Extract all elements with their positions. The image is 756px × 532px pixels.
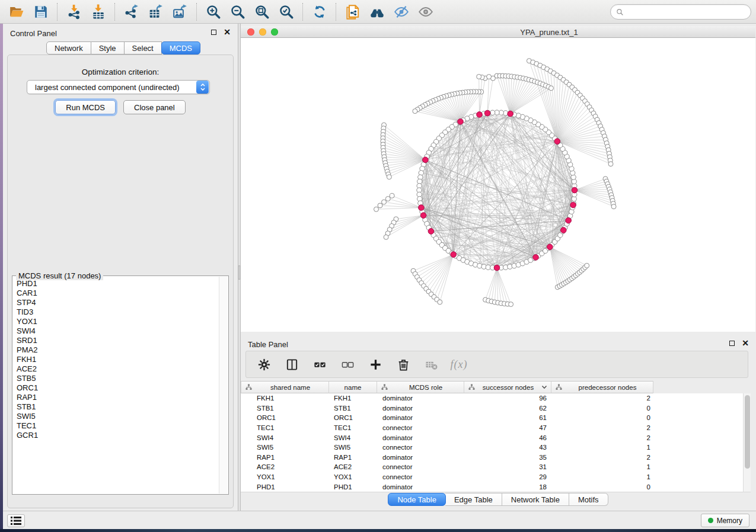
mcds-result-list: PHD1CAR1STP4TID3YOX1SWI4SRD1PMA2FKH1ACE2…	[13, 277, 218, 493]
table-row[interactable]: SWI4SWI4dominator462	[241, 432, 751, 443]
table-row[interactable]: PHD1PHD1dominator180	[241, 482, 751, 492]
find-binoculars-icon[interactable]	[365, 2, 389, 22]
float-panel-icon[interactable]	[211, 30, 216, 35]
task-history-button[interactable]	[7, 514, 25, 527]
memory-button[interactable]: Memory	[701, 514, 749, 527]
tab-network-table[interactable]: Network Table	[502, 493, 569, 506]
column-header-successor-nodes[interactable]: successor nodes	[464, 381, 551, 393]
search-box[interactable]	[610, 4, 751, 20]
mcds-result-item[interactable]: TID3	[13, 307, 218, 317]
show-hidden-eye-icon[interactable]	[413, 2, 438, 22]
criterion-value: largest connected component (undirected)	[27, 83, 196, 92]
network-from-selection-icon[interactable]	[340, 2, 365, 22]
toolbar-separator	[57, 3, 58, 21]
tab-style[interactable]: Style	[91, 41, 125, 55]
settings-gear-icon[interactable]	[256, 357, 272, 372]
split-panel-icon[interactable]	[284, 357, 299, 372]
table-rows: FKH1FKH1dominator962STB1STB1dominator620…	[241, 393, 751, 492]
cell-pred: 0	[551, 483, 653, 491]
toolbar-separator	[114, 3, 115, 21]
tab-edge-table[interactable]: Edge Table	[445, 493, 502, 506]
table-row[interactable]: FKH1FKH1dominator962	[241, 393, 751, 403]
mcds-result-item[interactable]: PHD1	[13, 279, 218, 289]
cell-name: PHD1	[329, 483, 377, 491]
zoom-fit-icon[interactable]	[250, 2, 274, 22]
table-row[interactable]: ORC1ORC1dominator610	[241, 413, 751, 423]
mcds-result-item[interactable]: ACE2	[13, 364, 218, 374]
cell-name: STB1	[329, 405, 377, 412]
mcds-result-item[interactable]: CAR1	[13, 289, 218, 298]
column-header-predecessor-nodes[interactable]: predecessor nodes	[551, 381, 653, 393]
run-mcds-button[interactable]: Run MCDS	[55, 100, 116, 114]
column-header-name[interactable]: name	[329, 381, 377, 393]
mcds-result-item[interactable]: STB1	[13, 402, 218, 412]
tab-select[interactable]: Select	[125, 41, 162, 55]
result-list-scrollbar[interactable]	[219, 277, 228, 493]
table-scrollbar[interactable]	[743, 393, 751, 492]
zoom-selected-icon[interactable]	[274, 2, 298, 22]
open-session-icon[interactable]	[4, 2, 28, 22]
mcds-result-item[interactable]: SWI4	[13, 326, 218, 336]
mcds-result-group: MCDS result (17 nodes) PHD1CAR1STP4TID3Y…	[12, 275, 229, 495]
hide-selected-icon[interactable]	[389, 2, 413, 22]
mcds-result-item[interactable]: RAP1	[13, 393, 218, 402]
minimize-window-icon[interactable]	[259, 28, 266, 36]
export-image-icon[interactable]	[168, 2, 192, 22]
tab-network[interactable]: Network	[46, 41, 91, 55]
table-row[interactable]: ACE2ACE2connector311	[241, 462, 751, 472]
maximize-window-icon[interactable]	[271, 28, 278, 36]
table-row[interactable]: SWI5SWI5connector431	[241, 443, 751, 453]
mcds-result-item[interactable]: SRD1	[13, 336, 218, 345]
cell-name: RAP1	[329, 454, 377, 461]
mcds-result-item[interactable]: ORC1	[13, 383, 218, 393]
optimization-label: Optimization criterion:	[8, 68, 233, 76]
desktop-wallpaper-bottom	[0, 529, 756, 532]
column-header-shared-name[interactable]: shared name	[241, 381, 329, 393]
mcds-result-item[interactable]: FKH1	[13, 355, 218, 364]
export-table-icon[interactable]	[143, 2, 168, 22]
table-scrollbar-thumb[interactable]	[745, 395, 750, 469]
mcds-result-item[interactable]: GCR1	[13, 431, 218, 440]
app-window: Control Panel ✕ NetworkStyleSelectMCDS O…	[0, 0, 756, 532]
close-panel-button[interactable]: Close panel	[123, 100, 186, 114]
close-window-icon[interactable]	[247, 28, 254, 36]
mcds-result-item[interactable]: STP4	[13, 298, 218, 307]
deselect-all-icon[interactable]	[340, 357, 355, 372]
zoom-in-icon[interactable]	[201, 2, 225, 22]
criterion-select[interactable]: largest connected component (undirected)	[27, 80, 210, 94]
toolbar-separator	[302, 3, 303, 21]
tab-node-table[interactable]: Node Table	[388, 493, 446, 506]
add-column-icon[interactable]	[368, 357, 383, 372]
close-panel-icon[interactable]: ✕	[224, 29, 231, 35]
float-table-panel-icon[interactable]	[729, 341, 735, 346]
cell-name: ORC1	[329, 414, 377, 421]
export-network-icon[interactable]	[119, 2, 143, 22]
tab-mcds[interactable]: MCDS	[161, 41, 200, 55]
table-row[interactable]: STB1STB1dominator620	[241, 403, 751, 414]
close-table-panel-icon[interactable]: ✕	[742, 340, 749, 346]
network-view[interactable]	[241, 39, 755, 332]
delete-column-icon[interactable]	[395, 357, 411, 372]
mcds-result-item[interactable]: TEC1	[13, 421, 218, 431]
zoom-out-icon[interactable]	[225, 2, 250, 22]
mcds-result-item[interactable]: STB5	[13, 374, 218, 383]
select-all-icon[interactable]	[312, 357, 327, 372]
mcds-result-item[interactable]: YOX1	[13, 317, 218, 326]
cell-role: connector	[377, 473, 464, 480]
refresh-layout-icon[interactable]	[307, 2, 331, 22]
table-row[interactable]: TEC1TEC1connector472	[241, 423, 751, 433]
toolbar-separator	[196, 3, 197, 21]
cell-role: connector	[377, 424, 464, 431]
search-input[interactable]	[627, 6, 745, 18]
column-header-MCDS-role[interactable]: MCDS role	[377, 381, 464, 393]
mcds-result-item[interactable]: SWI5	[13, 412, 218, 421]
tab-motifs[interactable]: Motifs	[569, 493, 608, 506]
import-network-icon[interactable]	[62, 2, 86, 22]
cell-shared: SWI4	[241, 434, 329, 441]
table-row[interactable]: YOX1YOX1connector291	[241, 472, 751, 482]
save-session-icon[interactable]	[28, 2, 53, 22]
mcds-result-item[interactable]: PMA2	[13, 345, 218, 355]
import-table-icon[interactable]	[86, 2, 110, 22]
main-toolbar	[0, 0, 756, 24]
table-row[interactable]: RAP1RAP1dominator352	[241, 453, 751, 463]
